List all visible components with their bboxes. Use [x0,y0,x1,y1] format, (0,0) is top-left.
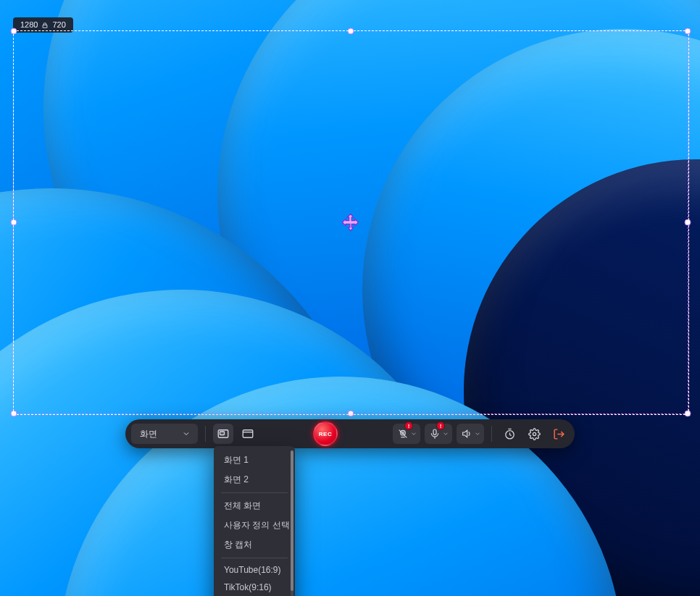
dropdown-item-youtube[interactable]: YouTube(16:9) [215,561,293,579]
window-icon [241,427,254,440]
chevron-down-icon [410,430,417,437]
selection-height-value[interactable]: 720 [49,20,68,30]
separator [205,426,206,442]
dropdown-scrollbar[interactable] [291,450,293,596]
resize-handle-right[interactable] [685,219,691,226]
dropdown-item-screen-2[interactable]: 화면 2 [215,470,293,490]
svg-point-11 [533,432,536,435]
webcam-alert-badge: ! [404,421,413,430]
gear-icon [528,428,541,440]
record-button[interactable]: REC [313,421,338,446]
move-region-handle[interactable] [341,212,361,232]
resize-handle-bottom-right[interactable] [685,411,691,417]
resize-handle-bottom-left[interactable] [11,411,17,417]
dropdown-item-custom[interactable]: 사용자 정의 선택 [215,516,293,535]
resize-handle-left[interactable] [11,219,17,226]
dropdown-divider [221,558,288,558]
source-select-label: 화면 [140,428,157,440]
timer-icon [504,428,516,440]
region-select-icon [217,427,230,440]
svg-line-7 [399,430,407,438]
desktop-wallpaper [0,0,700,596]
webcam-toggle[interactable]: ! [393,424,420,444]
recorder-toolbar: 화면 REC [125,419,575,448]
svg-point-5 [401,430,406,435]
chevron-down-icon [182,429,191,438]
selection-size-badge[interactable]: 1280 720 [13,17,73,33]
resize-handle-top[interactable] [348,28,354,35]
record-button-label: REC [319,431,332,437]
resize-handle-bottom[interactable] [348,411,354,417]
resize-handle-top-right[interactable] [685,28,691,35]
dropdown-item-screen-1[interactable]: 화면 1 [215,450,293,470]
svg-rect-2 [220,432,225,435]
microphone-alert-badge: ! [436,421,445,430]
timer-button[interactable] [499,424,520,444]
settings-button[interactable] [524,424,544,444]
speaker-icon [461,428,472,440]
dropdown-divider [221,492,288,493]
source-select[interactable]: 화면 [131,424,198,444]
microphone-toggle[interactable]: ! [425,424,452,444]
svg-rect-8 [433,429,436,435]
dropdown-item-tiktok[interactable]: TikTok(9:16) [215,579,293,596]
chevron-down-icon [442,430,449,437]
window-select-button[interactable] [238,424,258,444]
resize-handle-top-left[interactable] [11,28,17,35]
dropdown-item-window-capture[interactable]: 창 캡처 [215,535,293,555]
system-audio-toggle[interactable] [457,424,484,444]
dropdown-item-fullscreen[interactable]: 전체 화면 [215,496,293,516]
svg-rect-0 [43,25,48,28]
lock-aspect-icon[interactable] [41,22,49,29]
region-select-button[interactable] [213,424,233,444]
selection-width-value[interactable]: 1280 [17,20,41,30]
exit-button[interactable] [549,424,569,444]
exit-icon [553,428,565,440]
chevron-down-icon [474,430,481,437]
separator [491,426,492,442]
svg-rect-3 [243,430,253,438]
region-preset-dropdown: 화면 1 화면 2 전체 화면 사용자 정의 선택 창 캡처 YouTube(1… [214,446,295,596]
